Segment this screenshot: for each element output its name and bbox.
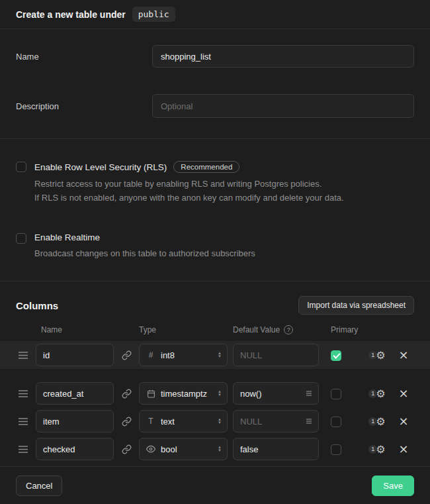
column-default-input[interactable] xyxy=(233,438,319,460)
chevron-updown-icon: ▲▼ xyxy=(218,352,222,358)
table-description-input[interactable] xyxy=(152,94,414,118)
column-type-select[interactable]: # int8 ▲▼ xyxy=(139,344,228,366)
rls-checkbox[interactable] xyxy=(16,162,26,172)
rls-label: Enable Row Level Security (RLS) xyxy=(34,162,167,172)
chevron-updown-icon: ▲▼ xyxy=(218,418,222,425)
gear-icon: ⚙ xyxy=(376,443,385,456)
column-type-select[interactable]: timestamptz ▲▼ xyxy=(139,382,228,405)
remove-column-button[interactable]: × xyxy=(398,349,408,361)
modal-footer: Cancel Save xyxy=(0,467,430,504)
name-label: Name xyxy=(16,52,152,62)
import-spreadsheet-button[interactable]: Import data via spreadsheet xyxy=(298,296,414,315)
realtime-toggle-block: Enable Realtime Broadcast changes on thi… xyxy=(16,232,414,260)
column-name-input[interactable] xyxy=(36,410,114,432)
realtime-label: Enable Realtime xyxy=(34,232,100,242)
name-row: Name xyxy=(16,45,414,68)
schema-badge: public xyxy=(132,7,175,22)
column-header-primary: Primary xyxy=(324,325,359,334)
column-type-select[interactable]: T text ▲▼ xyxy=(139,410,228,432)
drag-handle-icon[interactable] xyxy=(19,446,28,453)
settings-count-badge: 1 xyxy=(368,389,377,398)
column-header-name: Name xyxy=(36,325,114,334)
column-name-input[interactable] xyxy=(36,344,114,366)
table-row: T text ▲▼ 1 ⚙ × xyxy=(16,410,414,432)
close-icon: × xyxy=(398,414,408,428)
save-button[interactable]: Save xyxy=(372,476,414,496)
realtime-description: Broadcast changes on this table to autho… xyxy=(34,247,255,260)
column-settings-button[interactable]: 1 ⚙ xyxy=(364,415,390,428)
remove-column-button[interactable]: × xyxy=(398,415,408,427)
column-settings-button[interactable]: 1 ⚙ xyxy=(364,349,390,362)
close-icon: × xyxy=(398,442,408,456)
default-value-menu-icon[interactable] xyxy=(305,389,313,397)
column-header-default: Default Value xyxy=(233,325,280,334)
column-name-input[interactable] xyxy=(36,382,114,405)
primary-row-band: # int8 ▲▼ 1 ⚙ × xyxy=(0,341,430,369)
rls-description-line1: Restrict access to your table by enablin… xyxy=(34,177,344,191)
settings-count-badge: 1 xyxy=(368,351,377,360)
text-type-icon: T xyxy=(146,417,155,426)
modal-header: Create a new table under public xyxy=(0,0,430,29)
foreign-key-link-icon[interactable] xyxy=(119,438,134,460)
column-header-type: Type xyxy=(139,325,228,334)
settings-count-badge: 1 xyxy=(368,445,377,454)
description-row: Description xyxy=(16,94,414,118)
description-label: Description xyxy=(16,101,152,111)
foreign-key-link-icon[interactable] xyxy=(119,410,134,432)
chevron-updown-icon: ▲▼ xyxy=(218,390,222,397)
chevron-updown-icon: ▲▼ xyxy=(218,446,222,452)
help-icon[interactable]: ? xyxy=(284,325,293,334)
default-value-menu-icon[interactable] xyxy=(305,417,313,425)
close-icon: × xyxy=(398,348,408,362)
drag-handle-icon[interactable] xyxy=(19,418,28,425)
column-name-input[interactable] xyxy=(36,438,114,460)
table-options-section: Enable Row Level Security (RLS) Recommen… xyxy=(0,139,430,281)
drag-handle-icon[interactable] xyxy=(19,352,28,359)
primary-checkbox[interactable] xyxy=(331,389,341,399)
create-table-modal: Create a new table under public Name Des… xyxy=(0,0,430,504)
realtime-checkbox[interactable] xyxy=(16,233,26,244)
gear-icon: ⚙ xyxy=(376,387,385,400)
table-name-input[interactable] xyxy=(152,45,414,68)
rls-toggle-block: Enable Row Level Security (RLS) Recommen… xyxy=(16,161,414,205)
column-settings-button[interactable]: 1 ⚙ xyxy=(364,387,390,400)
eye-type-icon xyxy=(146,444,155,454)
primary-checkbox[interactable] xyxy=(331,444,341,455)
primary-checkbox[interactable] xyxy=(331,417,341,427)
columns-title: Columns xyxy=(16,300,58,311)
cancel-button[interactable]: Cancel xyxy=(16,476,62,496)
table-row: bool ▲▼ 1 ⚙ × xyxy=(16,438,414,460)
recommended-badge: Recommended xyxy=(173,161,239,173)
foreign-key-link-icon[interactable] xyxy=(119,344,134,366)
columns-rows: # int8 ▲▼ 1 ⚙ × xyxy=(16,341,414,460)
gear-icon: ⚙ xyxy=(376,415,385,428)
modal-title: Create a new table under xyxy=(16,9,126,20)
column-settings-button[interactable]: 1 ⚙ xyxy=(364,443,390,456)
remove-column-button[interactable]: × xyxy=(398,443,408,455)
column-type-select[interactable]: bool ▲▼ xyxy=(139,438,228,460)
table-row: timestamptz ▲▼ 1 ⚙ × xyxy=(16,382,414,405)
calendar-type-icon xyxy=(146,389,155,398)
columns-header-row: Name Type Default Value ? Primary xyxy=(16,325,414,334)
drag-handle-icon[interactable] xyxy=(19,390,28,397)
columns-section: Columns Import data via spreadsheet Name… xyxy=(0,281,430,467)
foreign-key-link-icon[interactable] xyxy=(119,382,134,405)
gear-icon: ⚙ xyxy=(376,349,385,362)
remove-column-button[interactable]: × xyxy=(398,387,408,399)
int8-type-icon: # xyxy=(146,350,155,360)
rls-description-line2: If RLS is not enabled, anyone with the a… xyxy=(34,191,344,205)
column-default-input xyxy=(233,344,319,366)
table-row: # int8 ▲▼ 1 ⚙ × xyxy=(16,344,414,366)
table-details-section: Name Description xyxy=(0,29,430,139)
settings-count-badge: 1 xyxy=(368,417,377,426)
close-icon: × xyxy=(398,386,408,400)
primary-checkbox[interactable] xyxy=(331,350,341,361)
